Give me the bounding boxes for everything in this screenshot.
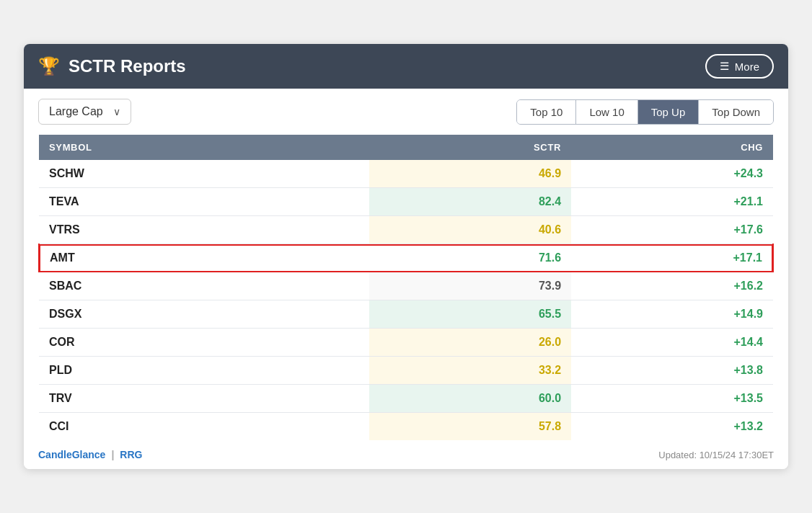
cell-chg: +17.6 bbox=[571, 216, 773, 244]
table-row[interactable]: VTRS40.6+17.6 bbox=[39, 216, 773, 244]
cell-symbol: PLD bbox=[39, 357, 369, 385]
trophy-icon: 🏆 bbox=[38, 56, 60, 76]
table-row[interactable]: TRV60.0+13.5 bbox=[39, 385, 773, 413]
cell-chg: +21.1 bbox=[571, 188, 773, 216]
cell-chg: +14.9 bbox=[571, 300, 773, 329]
hamburger-icon: ☰ bbox=[720, 60, 729, 73]
col-header-chg: CHG bbox=[571, 135, 773, 160]
cell-chg: +13.5 bbox=[571, 385, 773, 413]
col-header-sctr: SCTR bbox=[369, 135, 571, 160]
col-header-symbol: SYMBOL bbox=[39, 135, 369, 160]
tab-topup[interactable]: Top Up bbox=[638, 100, 700, 124]
updated-timestamp: Updated: 10/15/24 17:30ET bbox=[658, 450, 774, 460]
controls-row: Large Cap ∨ Top 10Low 10Top UpTop Down bbox=[24, 89, 788, 135]
cell-sctr: 40.6 bbox=[369, 216, 571, 244]
chevron-down-icon: ∨ bbox=[113, 106, 120, 117]
cell-symbol: VTRS bbox=[39, 216, 369, 244]
cell-chg: +14.4 bbox=[571, 329, 773, 357]
table-header-row: SYMBOL SCTR CHG bbox=[39, 135, 773, 160]
table-body: SCHW46.9+24.3TEVA82.4+21.1VTRS40.6+17.6A… bbox=[39, 160, 773, 440]
table-row[interactable]: COR26.0+14.4 bbox=[39, 329, 773, 357]
cell-chg: +17.1 bbox=[571, 244, 773, 272]
cell-chg: +13.2 bbox=[571, 413, 773, 441]
sctr-reports-card: 🏆 SCTR Reports ☰ More Large Cap ∨ Top 10… bbox=[24, 44, 788, 469]
cell-sctr: 33.2 bbox=[369, 357, 571, 385]
cell-symbol: TRV bbox=[39, 385, 369, 413]
page-title: SCTR Reports bbox=[69, 56, 186, 76]
cell-sctr: 60.0 bbox=[369, 385, 571, 413]
cell-chg: +13.8 bbox=[571, 357, 773, 385]
tab-group: Top 10Low 10Top UpTop Down bbox=[516, 99, 774, 125]
footer: CandleGlance | RRG Updated: 10/15/24 17:… bbox=[24, 440, 788, 469]
cell-sctr: 82.4 bbox=[369, 188, 571, 216]
table-container: SYMBOL SCTR CHG SCHW46.9+24.3TEVA82.4+21… bbox=[24, 135, 788, 440]
cell-symbol: CCI bbox=[39, 413, 369, 441]
cap-dropdown[interactable]: Large Cap ∨ bbox=[38, 99, 131, 125]
more-button[interactable]: ☰ More bbox=[705, 54, 774, 79]
footer-links: CandleGlance | RRG bbox=[38, 449, 142, 460]
tab-top10[interactable]: Top 10 bbox=[517, 100, 576, 124]
header-left: 🏆 SCTR Reports bbox=[38, 56, 186, 76]
table-row[interactable]: CCI57.8+13.2 bbox=[39, 413, 773, 441]
footer-separator: | bbox=[111, 449, 114, 460]
rrg-link[interactable]: RRG bbox=[120, 449, 142, 460]
candleglance-link[interactable]: CandleGlance bbox=[38, 449, 105, 460]
cell-symbol: SCHW bbox=[39, 160, 369, 188]
header: 🏆 SCTR Reports ☰ More bbox=[24, 44, 788, 89]
cell-symbol: DSGX bbox=[39, 300, 369, 329]
table-row[interactable]: PLD33.2+13.8 bbox=[39, 357, 773, 385]
more-label: More bbox=[735, 61, 759, 73]
cell-sctr: 57.8 bbox=[369, 413, 571, 441]
table-row[interactable]: TEVA82.4+21.1 bbox=[39, 188, 773, 216]
tab-topdown[interactable]: Top Down bbox=[699, 100, 773, 124]
table-row[interactable]: SBAC73.9+16.2 bbox=[39, 272, 773, 300]
tab-low10[interactable]: Low 10 bbox=[576, 100, 637, 124]
cell-sctr: 65.5 bbox=[369, 300, 571, 329]
cell-sctr: 26.0 bbox=[369, 329, 571, 357]
table-row[interactable]: AMT71.6+17.1 bbox=[39, 244, 773, 272]
cell-symbol: SBAC bbox=[39, 272, 369, 300]
cell-sctr: 71.6 bbox=[369, 244, 571, 272]
cell-symbol: AMT bbox=[39, 244, 369, 272]
table-row[interactable]: SCHW46.9+24.3 bbox=[39, 160, 773, 188]
sctr-table: SYMBOL SCTR CHG SCHW46.9+24.3TEVA82.4+21… bbox=[38, 135, 774, 440]
cell-sctr: 73.9 bbox=[369, 272, 571, 300]
table-row[interactable]: DSGX65.5+14.9 bbox=[39, 300, 773, 329]
cell-sctr: 46.9 bbox=[369, 160, 571, 188]
cell-chg: +24.3 bbox=[571, 160, 773, 188]
cell-symbol: COR bbox=[39, 329, 369, 357]
dropdown-value: Large Cap bbox=[49, 105, 103, 118]
cell-symbol: TEVA bbox=[39, 188, 369, 216]
cell-chg: +16.2 bbox=[571, 272, 773, 300]
